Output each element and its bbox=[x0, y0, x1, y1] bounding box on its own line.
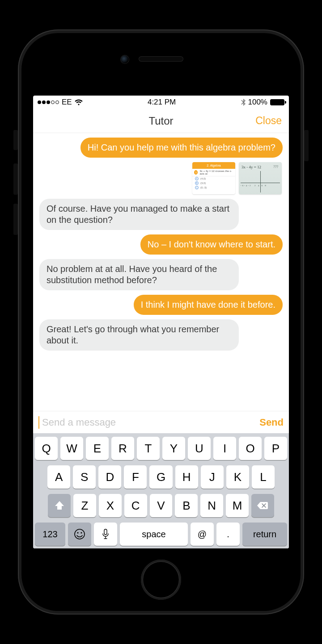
key-a[interactable]: A bbox=[47, 465, 70, 489]
attachment-row: 2. Algebra 13x + 4y = 12 crosses the x-a… bbox=[192, 162, 282, 194]
period-key[interactable]: . bbox=[216, 523, 240, 546]
message-incoming: No problem at at all. Have you heard of … bbox=[39, 259, 239, 290]
keyboard: QWERTYUIOP ASDFGHJKL ZXCVBNM 123 bbox=[33, 433, 289, 548]
send-button[interactable]: Send bbox=[259, 417, 284, 428]
volume-up-button bbox=[13, 163, 18, 195]
backspace-key[interactable] bbox=[251, 494, 274, 517]
key-e[interactable]: E bbox=[86, 437, 109, 460]
key-q[interactable]: Q bbox=[35, 437, 58, 460]
bluetooth-icon bbox=[241, 99, 246, 106]
message-incoming: Great! Let's go through what you remembe… bbox=[39, 319, 239, 351]
key-j[interactable]: J bbox=[201, 465, 224, 489]
key-u[interactable]: U bbox=[188, 437, 211, 460]
dictation-key[interactable] bbox=[94, 523, 117, 546]
key-i[interactable]: I bbox=[213, 437, 236, 460]
compose-bar: Send bbox=[33, 411, 289, 433]
carrier-label: EE bbox=[62, 98, 72, 107]
svg-rect-3 bbox=[104, 529, 107, 535]
key-d[interactable]: D bbox=[98, 465, 121, 489]
key-s[interactable]: S bbox=[73, 465, 96, 489]
attachment-graph-thumbnail[interactable]: 3x - 4y = 12 ??? -6-4-2 2 4 6 8 bbox=[239, 162, 282, 194]
key-w[interactable]: W bbox=[60, 437, 83, 460]
svg-point-0 bbox=[75, 529, 85, 539]
key-p[interactable]: P bbox=[264, 437, 287, 460]
space-key[interactable]: space bbox=[120, 523, 188, 546]
key-f[interactable]: F bbox=[124, 465, 147, 489]
key-b[interactable]: B bbox=[175, 494, 198, 517]
message-input[interactable] bbox=[42, 417, 255, 428]
page-title: Tutor bbox=[148, 115, 173, 127]
key-y[interactable]: Y bbox=[162, 437, 185, 460]
attachment-quiz-thumbnail[interactable]: 2. Algebra 13x + 4y = 12 crosses the x-a… bbox=[192, 162, 235, 194]
home-button[interactable] bbox=[141, 560, 181, 600]
phone-frame: EE 4:21 PM 100% Tutor Close bbox=[18, 29, 304, 615]
close-button[interactable]: Close bbox=[255, 115, 282, 127]
battery-icon bbox=[270, 99, 284, 105]
key-x[interactable]: X bbox=[99, 494, 122, 517]
key-t[interactable]: T bbox=[137, 437, 160, 460]
key-o[interactable]: O bbox=[239, 437, 262, 460]
key-m[interactable]: M bbox=[226, 494, 249, 517]
key-n[interactable]: N bbox=[200, 494, 223, 517]
key-h[interactable]: H bbox=[175, 465, 198, 489]
svg-point-1 bbox=[77, 532, 78, 533]
emoji-key[interactable] bbox=[68, 523, 91, 546]
wifi-icon bbox=[75, 99, 83, 105]
earpiece-speaker bbox=[139, 56, 183, 62]
key-c[interactable]: C bbox=[124, 494, 147, 517]
status-bar: EE 4:21 PM 100% bbox=[33, 96, 289, 109]
status-time: 4:21 PM bbox=[148, 98, 176, 107]
return-key[interactable]: return bbox=[242, 523, 287, 546]
at-key[interactable]: @ bbox=[191, 523, 214, 546]
text-caret bbox=[38, 416, 39, 429]
key-k[interactable]: K bbox=[226, 465, 249, 489]
mute-switch bbox=[13, 130, 18, 150]
key-v[interactable]: V bbox=[150, 494, 173, 517]
message-list[interactable]: Hi! Can you help me with this algebra pr… bbox=[33, 133, 289, 411]
num-key[interactable]: 123 bbox=[35, 523, 65, 546]
message-incoming: Of course. Have you managed to make a st… bbox=[39, 199, 239, 230]
message-outgoing: No – I don't know where to start. bbox=[140, 234, 283, 255]
key-r[interactable]: R bbox=[111, 437, 134, 460]
front-camera bbox=[121, 55, 129, 63]
key-g[interactable]: G bbox=[149, 465, 172, 489]
screen: EE 4:21 PM 100% Tutor Close bbox=[33, 96, 289, 548]
power-button bbox=[304, 130, 309, 161]
nav-bar: Tutor Close bbox=[33, 109, 289, 133]
signal-strength-icon bbox=[38, 100, 59, 104]
key-l[interactable]: L bbox=[252, 465, 275, 489]
message-outgoing: I think I might have done it before. bbox=[134, 295, 283, 315]
svg-point-2 bbox=[80, 532, 82, 533]
shift-key[interactable] bbox=[48, 494, 71, 517]
key-z[interactable]: Z bbox=[73, 494, 96, 517]
volume-down-button bbox=[13, 204, 18, 235]
battery-percentage: 100% bbox=[248, 98, 267, 107]
message-outgoing: Hi! Can you help me with this algebra pr… bbox=[80, 138, 283, 158]
